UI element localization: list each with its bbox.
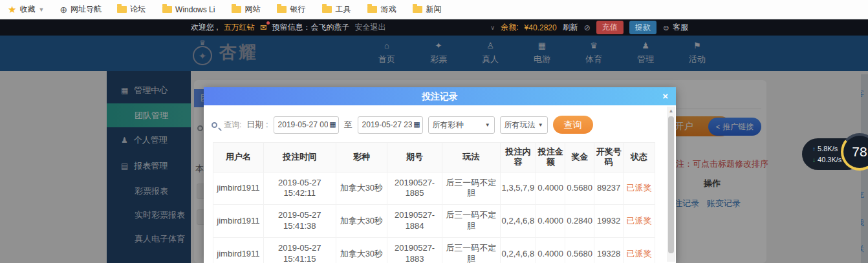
bookmark-folder-label: 工具: [335, 4, 351, 15]
customer-service-link[interactable]: ☺客服: [662, 22, 688, 33]
cell-prize: 0.5680: [565, 238, 594, 263]
cell-draw-number: 19932: [594, 205, 624, 238]
lottery-type-select[interactable]: 所有彩种 ▼: [428, 116, 495, 134]
magnifier-icon: [212, 122, 217, 128]
bookmark-folder-label: 新闻: [426, 4, 441, 15]
cell-prize: 0.2840: [565, 205, 594, 238]
folder-icon: [162, 6, 172, 13]
cell-play: 后三一码不定胆: [442, 205, 501, 238]
bookmark-folder-label: 论坛: [130, 4, 146, 15]
to-label: 至: [344, 119, 353, 131]
bookmark-folder-label: 网站: [244, 4, 260, 15]
globe-icon: ⊕: [60, 5, 67, 15]
mail-icon[interactable]: ✉: [260, 23, 267, 32]
cell-status: 已派奖: [624, 205, 655, 238]
cell-prize: 0.5680: [565, 172, 594, 205]
date-to-input[interactable]: [358, 116, 423, 134]
column-header[interactable]: 玩法: [442, 143, 501, 173]
play-type-value: 所有玩法: [505, 120, 536, 131]
cell-issue: 20190527-1885: [387, 172, 442, 205]
bookmark-folder-list: 论坛 Windows Li 网站 银行: [117, 4, 441, 15]
scrollbar-thumb[interactable]: [668, 116, 674, 253]
date-from-input[interactable]: [274, 116, 339, 134]
upload-arrow-icon: ↑: [812, 145, 816, 153]
eye-icon[interactable]: ⊘: [584, 23, 591, 32]
download-arrow-icon: ↓: [812, 156, 816, 163]
cell-content: 0,2,4,6,8: [500, 238, 536, 263]
cell-lottery: 加拿大30秒: [336, 238, 387, 263]
cell-status: 已派奖: [624, 238, 655, 263]
close-icon[interactable]: ×: [662, 87, 668, 105]
cell-content: 1,3,5,7,9: [500, 172, 536, 205]
cell-amount: 0.4000: [536, 172, 565, 205]
refresh-link[interactable]: 刷新: [563, 22, 578, 33]
column-header[interactable]: 彩种: [336, 143, 387, 173]
select-arrow-icon: ▼: [485, 122, 490, 128]
bet-record-modal: 投注记录 × 查询: 日期 : ▦ 至 ▦ 所有彩种 ▼ 所有玩法 ▼: [204, 87, 676, 263]
table-row: jimbird1911 2019-05-27 15:42:11 加拿大30秒 2…: [213, 172, 655, 205]
cell-username: jimbird1911: [213, 205, 264, 238]
account-topbar: 欢迎您 , 五万红钻 ✉ 预留信息：会飞的燕子 安全退出 ∨ 余额: ¥40.2…: [0, 19, 868, 36]
bookmark-folder[interactable]: 银行: [277, 4, 305, 15]
username[interactable]: 五万红钻: [224, 22, 255, 33]
cell-username: jimbird1911: [213, 172, 264, 205]
table-row: jimbird1911 2019-05-27 15:41:38 加拿大30秒 2…: [213, 205, 655, 238]
folder-icon: [322, 6, 332, 13]
cell-draw-number: 19328: [594, 238, 624, 263]
table-row: jimbird1911 2019-05-27 15:41:15 加拿大30秒 2…: [213, 238, 655, 263]
bookmark-folder[interactable]: 新闻: [413, 4, 441, 15]
bookmark-folder-label: Windows Li: [175, 5, 215, 14]
bookmark-folder[interactable]: 论坛: [117, 4, 146, 15]
bookmark-nav-site[interactable]: ⊕ 网址导航: [60, 4, 102, 15]
column-header[interactable]: 开奖号码: [594, 143, 624, 173]
column-header[interactable]: 投注金额: [536, 143, 565, 173]
caret-down-icon: ▼: [38, 6, 44, 13]
cell-bet-time: 2019-05-27 15:41:38: [263, 205, 336, 238]
column-header[interactable]: 用户名: [213, 143, 264, 173]
bookmarks-bar: ★ 收藏 ▼ ⊕ 网址导航 论坛 Windows Li: [0, 0, 868, 19]
bookmark-folder[interactable]: 网站: [232, 4, 260, 15]
query-label: 查询:: [224, 120, 241, 131]
balance-label: 余额:: [501, 22, 518, 33]
column-header[interactable]: 期号: [387, 143, 442, 173]
recharge-button[interactable]: 充值: [596, 21, 624, 34]
cell-lottery: 加拿大30秒: [336, 172, 387, 205]
column-header[interactable]: 投注时间: [263, 143, 336, 173]
date-from-wrap: ▦: [274, 116, 339, 134]
play-type-select[interactable]: 所有玩法 ▼: [500, 116, 548, 134]
scroll-up-icon[interactable]: ▲: [667, 107, 675, 116]
column-header[interactable]: 奖金: [565, 143, 594, 173]
cell-draw-number: 89237: [594, 172, 624, 205]
modal-header[interactable]: 投注记录 ×: [204, 87, 676, 105]
topbar-right: ∨ 余额: ¥40.2820 刷新 ⊘ 充值 提款 ☺客服: [490, 21, 688, 34]
bookmark-folder[interactable]: 游戏: [367, 4, 396, 15]
column-header[interactable]: 投注内容: [500, 143, 536, 173]
withdraw-button[interactable]: 提款: [629, 21, 656, 34]
search-filter-row: 查询: 日期 : ▦ 至 ▦ 所有彩种 ▼ 所有玩法 ▼ 查询: [204, 105, 676, 134]
folder-icon: [413, 6, 422, 13]
bookmark-folder-label: 游戏: [380, 4, 396, 15]
service-label: 客服: [673, 22, 688, 33]
bookmark-favorites[interactable]: ★ 收藏 ▼: [8, 4, 44, 16]
bookmark-folder[interactable]: 工具: [322, 4, 351, 15]
browser-window: ★ 收藏 ▼ ⊕ 网址导航 论坛 Windows Li: [0, 0, 868, 263]
bookmark-folder[interactable]: Windows Li: [162, 4, 215, 15]
cell-play: 后三一码不定胆: [442, 238, 501, 263]
query-button[interactable]: 查询: [553, 116, 593, 134]
star-icon: ★: [8, 4, 16, 16]
logout-link[interactable]: 安全退出: [355, 22, 386, 33]
cell-issue: 20190527-1883: [387, 238, 442, 263]
bet-record-table: 用户名投注时间彩种期号玩法投注内容投注金额奖金开奖号码状态 jimbird191…: [213, 142, 655, 263]
modal-scrollbar[interactable]: ▲: [667, 107, 675, 262]
cell-status: 已派奖: [624, 172, 655, 205]
chevron-down-icon[interactable]: ∨: [490, 24, 495, 31]
welcome-text: 欢迎您 ,: [191, 22, 219, 33]
bookmark-folder-label: 银行: [290, 4, 305, 15]
cell-content: 0,2,4,6,8: [500, 205, 536, 238]
modal-title: 投注记录: [422, 91, 458, 101]
net-score-value: 78: [843, 136, 868, 168]
topbar-left: 欢迎您 , 五万红钻 ✉ 预留信息：会飞的燕子 安全退出: [191, 22, 386, 33]
folder-icon: [232, 6, 241, 13]
cell-lottery: 加拿大30秒: [336, 205, 387, 238]
column-header[interactable]: 状态: [624, 143, 655, 173]
